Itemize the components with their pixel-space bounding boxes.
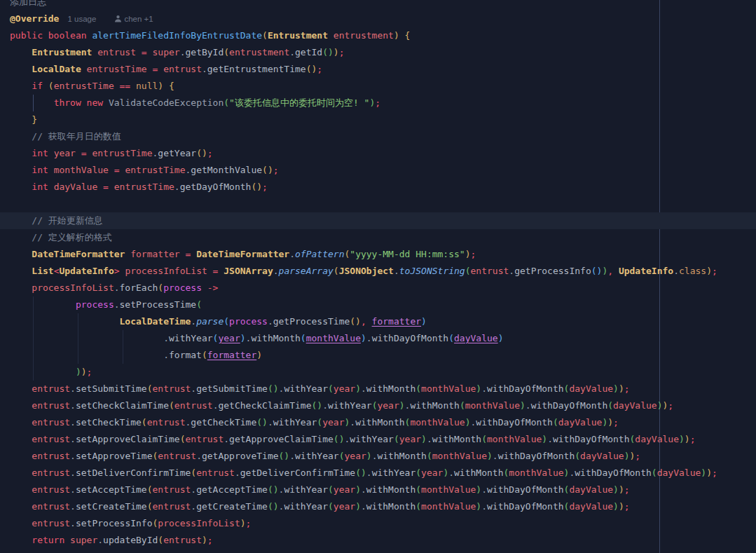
code-line-12[interactable] bbox=[0, 196, 756, 212]
code-line-20[interactable]: .withYear(year).withMonth(monthValue).wi… bbox=[0, 330, 756, 347]
code-line-2[interactable]: public boolean alertTimeFiledInfoByEntru… bbox=[0, 27, 756, 44]
token-ann: @Override bbox=[10, 13, 59, 24]
token-op: ; bbox=[668, 400, 673, 411]
code-line-0[interactable]: 添加日志 bbox=[0, 0, 756, 11]
token-pl: . bbox=[525, 400, 531, 411]
code-line-8[interactable]: // 获取年月日的数值 bbox=[0, 128, 756, 145]
token-var: year bbox=[334, 484, 355, 495]
token-var: year bbox=[421, 467, 443, 478]
token-op: ; bbox=[635, 451, 640, 461]
token-var: monthValue bbox=[487, 434, 542, 444]
token-p3: ( bbox=[301, 333, 306, 343]
code-line-29[interactable]: entrust.setAcceptTime(entrust.getAcceptT… bbox=[0, 482, 756, 498]
token-var: entrust bbox=[153, 484, 191, 495]
code-line-18[interactable]: process.setProcessTime( bbox=[0, 296, 756, 313]
code-line-31[interactable]: entrust.setProcessInfo(processInfoList); bbox=[0, 515, 756, 532]
code-line-3[interactable]: Entrustment entrust = super.getById(entr… bbox=[0, 44, 756, 61]
token-var: entrust bbox=[97, 47, 136, 57]
code-line-22[interactable]: )); bbox=[0, 364, 756, 381]
code-line-30[interactable]: entrust.setCreateTime(entrust.getCreateT… bbox=[0, 498, 756, 515]
token-pl: . bbox=[394, 266, 399, 276]
token-p2: ( bbox=[328, 501, 334, 512]
token-p3: ( bbox=[224, 316, 229, 327]
token-var: entrust bbox=[471, 266, 509, 276]
token-p2: ) bbox=[366, 451, 372, 461]
token-fn: setProcessInfo bbox=[76, 518, 153, 528]
code-line-4[interactable]: LocalDate entrustTime = entrust.getEntru… bbox=[0, 61, 756, 78]
code-line-32[interactable]: return super.updateById(entrust); bbox=[0, 532, 756, 549]
token-pl: . bbox=[361, 484, 366, 495]
code-line-9[interactable]: int year = entrustTime.getYear(); bbox=[0, 145, 756, 162]
token-var: monthValue bbox=[54, 165, 109, 175]
token-var: entrust bbox=[32, 417, 70, 428]
code-line-6[interactable]: throw new ValidateCodeException("该委托信息中的… bbox=[0, 95, 756, 111]
code-line-10[interactable]: int monthValue = entrustTime.getMonthVal… bbox=[0, 162, 756, 179]
token-var: entrust bbox=[32, 484, 70, 495]
token-num: null bbox=[136, 81, 158, 91]
token-fn: setDeliverConfirmTime bbox=[76, 467, 191, 478]
token-p2: ) bbox=[465, 417, 471, 428]
code-line-5[interactable]: if (entrustTime == null) { bbox=[0, 78, 756, 95]
token-fn: setCreateTime bbox=[76, 501, 147, 512]
token-p2: ( bbox=[196, 299, 202, 310]
token-p2: ) bbox=[355, 484, 361, 495]
token-kw: int bbox=[32, 182, 48, 192]
token-op: = bbox=[109, 165, 125, 175]
token-pl: . bbox=[174, 182, 180, 192]
token-p2: ( bbox=[328, 383, 334, 394]
token-p2: ( bbox=[415, 467, 421, 478]
code-line-14[interactable]: // 定义解析的格式 bbox=[0, 229, 756, 246]
code-line-19[interactable]: LocalDateTime.parse(process.getProcessTi… bbox=[0, 313, 756, 330]
token-kw: int bbox=[32, 148, 48, 158]
token-pl: . bbox=[289, 451, 295, 461]
code-line-21[interactable]: .format(formatter) bbox=[0, 347, 756, 364]
token-cap: dayValue bbox=[454, 333, 498, 343]
token-var: monthValue bbox=[465, 400, 520, 411]
token-p1: ( bbox=[262, 30, 268, 41]
token-var: entrust bbox=[32, 434, 70, 444]
code-line-25[interactable]: entrust.setCheckTime(entrust.getCheckTim… bbox=[0, 414, 756, 431]
token-pl bbox=[64, 535, 70, 545]
code-line-23[interactable]: entrust.setSubmitTime(entrust.getSubmitT… bbox=[0, 381, 756, 397]
token-pl bbox=[10, 316, 120, 327]
token-p2: ( bbox=[317, 417, 322, 428]
token-p1: ) bbox=[256, 350, 262, 360]
token-var: entrust bbox=[32, 451, 70, 461]
token-op: ; bbox=[712, 467, 717, 478]
code-line-15[interactable]: DateTimeFormatter formatter = DateTimeFo… bbox=[0, 246, 756, 263]
code-line-24[interactable]: entrust.setCheckClaimTime(entrust.getChe… bbox=[0, 397, 756, 414]
code-area: 添加日志@Override1 usagechen +1public boolea… bbox=[0, 0, 756, 549]
token-fn: getCreateTime bbox=[196, 501, 268, 512]
token-op: ; bbox=[207, 535, 213, 545]
code-line-27[interactable]: entrust.setApproveTime(entrust.getApprov… bbox=[0, 448, 756, 465]
token-pl: . bbox=[322, 400, 328, 411]
code-line-11[interactable]: int dayValue = entrustTime.getDayOfMonth… bbox=[0, 179, 756, 196]
token-p1: ) bbox=[607, 417, 613, 428]
token-p1: ( bbox=[147, 383, 153, 394]
token-fn: withYear bbox=[328, 400, 372, 411]
token-cls: List bbox=[32, 266, 53, 276]
token-fn: withDayOfMonth bbox=[487, 501, 564, 512]
token-pl: . bbox=[114, 282, 120, 293]
code-line-13[interactable]: // 开始更新信息 bbox=[0, 212, 756, 229]
code-line-28[interactable]: entrust.setDeliverConfirmTime(entrust.ge… bbox=[0, 465, 756, 482]
token-pl bbox=[43, 81, 48, 91]
token-pl bbox=[10, 467, 32, 478]
token-pl: . bbox=[191, 484, 196, 495]
code-line-17[interactable]: processInfoList.forEach(process -> bbox=[0, 280, 756, 296]
token-op: ; bbox=[317, 64, 322, 74]
code-editor[interactable]: 添加日志@Override1 usagechen +1public boolea… bbox=[0, 0, 756, 553]
token-pl bbox=[10, 367, 76, 377]
token-pl: . bbox=[70, 501, 76, 512]
token-p2: ) bbox=[701, 467, 706, 478]
code-line-1[interactable]: @Override1 usagechen +1 bbox=[0, 11, 756, 27]
code-line-7[interactable]: } bbox=[0, 111, 756, 128]
token-pl bbox=[10, 47, 32, 57]
token-op: = bbox=[147, 64, 163, 74]
token-fn: getById bbox=[185, 47, 224, 57]
token-p2: () bbox=[279, 451, 290, 461]
code-line-26[interactable]: entrust.setApproveClaimTime(entrust.getA… bbox=[0, 431, 756, 448]
code-line-16[interactable]: List<UpdateInfo> processInfoList = JSONA… bbox=[0, 263, 756, 280]
token-cmt: // 定义解析的格式 bbox=[32, 232, 111, 243]
token-pl: . bbox=[202, 64, 207, 74]
